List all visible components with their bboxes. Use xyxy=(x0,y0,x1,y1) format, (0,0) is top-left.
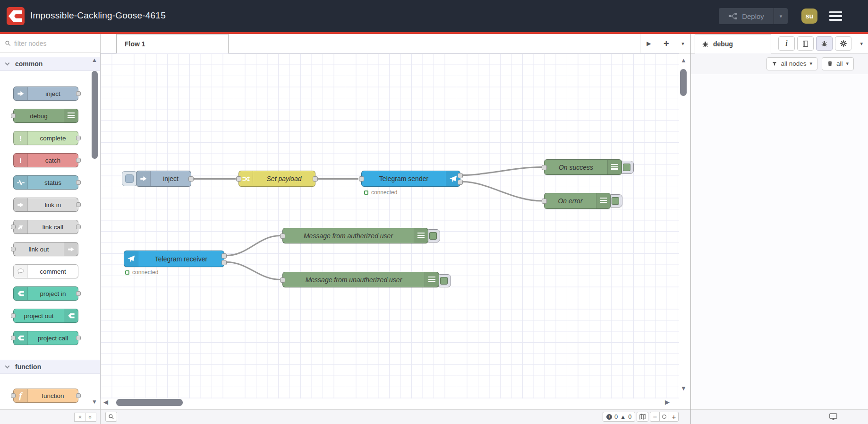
palette-scroll-up-icon[interactable]: ▲ xyxy=(92,57,97,63)
palette-node-catch[interactable]: ! catch xyxy=(13,153,78,167)
input-port[interactable] xyxy=(359,176,364,182)
inject-trigger-button[interactable] xyxy=(122,171,137,186)
palette-node-project-out[interactable]: project out xyxy=(13,309,78,323)
output-port-1[interactable] xyxy=(458,173,463,178)
palette-node-label: project in xyxy=(28,290,78,297)
output-port-2[interactable] xyxy=(221,260,227,265)
palette-node-comment[interactable]: comment xyxy=(13,264,78,278)
port xyxy=(11,247,16,251)
canvas-scroll-right-icon[interactable]: ▶ xyxy=(665,398,670,406)
palette-node-debug[interactable]: debug xyxy=(13,109,78,123)
port xyxy=(11,225,16,229)
navigator-button[interactable] xyxy=(637,412,648,422)
output-port-2[interactable] xyxy=(458,180,463,185)
node-msg-authorized[interactable]: Message from autherized user xyxy=(282,228,428,243)
palette-category-function[interactable]: function xyxy=(0,360,100,374)
flow-canvas[interactable]: inject Set payload Telegram sender conne… xyxy=(101,53,679,398)
deploy-options-caret[interactable]: ▾ xyxy=(774,8,788,24)
status-text: connected xyxy=(371,189,397,196)
flow-tab-label: Flow 1 xyxy=(125,40,145,48)
palette-node-label: debug xyxy=(14,112,64,120)
help-tab-button[interactable] xyxy=(797,36,814,51)
input-port[interactable] xyxy=(280,277,285,283)
port xyxy=(11,336,16,340)
open-in-window-button[interactable] xyxy=(829,412,838,421)
node-on-success[interactable]: On success xyxy=(544,159,622,175)
debug-filter-button[interactable]: all nodes ▾ xyxy=(766,57,817,70)
port xyxy=(11,393,16,398)
zoom-in-button[interactable]: + xyxy=(669,412,679,422)
node-set-payload[interactable]: Set payload xyxy=(238,171,315,187)
palette-category-common[interactable]: common xyxy=(0,57,100,71)
link-call-icon xyxy=(14,220,28,234)
palette-filter-input[interactable] xyxy=(14,40,85,47)
palette-node-inject[interactable]: inject xyxy=(13,87,78,101)
link-arrow-icon xyxy=(14,198,28,211)
canvas-scroll-up-icon[interactable]: ▲ xyxy=(681,57,687,64)
expand-all-button[interactable]: » xyxy=(85,413,96,422)
status-dot-icon xyxy=(125,270,129,275)
input-port[interactable] xyxy=(280,234,285,239)
exclamation-icon: ! xyxy=(14,131,28,145)
palette-scrollbar-thumb[interactable] xyxy=(92,71,98,159)
collapse-all-button[interactable]: » xyxy=(74,413,85,422)
zoom-out-button[interactable]: − xyxy=(650,412,660,422)
debug-clear-button[interactable]: all ▾ xyxy=(822,57,854,70)
config-tab-button[interactable] xyxy=(835,36,851,51)
wires-layer xyxy=(101,53,679,398)
palette-node-project-call[interactable]: project call xyxy=(13,331,78,345)
node-label: inject xyxy=(151,175,191,182)
zoom-reset-button[interactable] xyxy=(659,412,669,422)
output-port-1[interactable] xyxy=(221,253,227,259)
node-msg-unauthorized[interactable]: Message from unautherized user xyxy=(282,272,439,287)
canvas-search-button[interactable] xyxy=(105,412,117,422)
node-telegram-receiver[interactable]: Telegram receiver xyxy=(124,251,224,267)
palette-node-project-in[interactable]: project in xyxy=(13,286,78,301)
zoom-controls: − + xyxy=(650,412,679,422)
issue-counts[interactable]: ! 0 ▲ 0 xyxy=(603,412,635,422)
canvas-vscrollbar-thumb[interactable] xyxy=(680,69,687,96)
palette-node-link-in[interactable]: link in xyxy=(13,198,78,212)
canvas-hscrollbar-thumb[interactable] xyxy=(116,399,183,406)
input-port[interactable] xyxy=(542,199,547,204)
debug-tab-button[interactable] xyxy=(816,36,833,51)
tab-debug[interactable]: debug xyxy=(695,34,771,53)
workspace-tabbar: Flow 1 ▶ + ▾ xyxy=(101,34,690,53)
node-telegram-sender[interactable]: Telegram sender xyxy=(361,171,460,187)
flow-list-caret[interactable]: ▾ xyxy=(681,41,684,47)
palette-node-link-call[interactable]: link call xyxy=(13,220,78,234)
user-avatar[interactable]: su xyxy=(801,9,817,24)
book-icon xyxy=(802,40,809,47)
palette-node-status[interactable]: status xyxy=(13,175,78,190)
node-red-logo-icon xyxy=(7,7,25,25)
palette-node-link-out[interactable]: link out xyxy=(13,242,78,256)
node-inject[interactable]: inject xyxy=(136,171,191,187)
output-port[interactable] xyxy=(313,176,318,182)
trash-icon xyxy=(827,61,833,67)
port xyxy=(76,180,81,185)
tab-flow-1[interactable]: Flow 1 xyxy=(116,34,229,53)
node-label: On success xyxy=(545,164,607,171)
palette-node-function[interactable]: f function xyxy=(13,389,78,403)
deploy-icon xyxy=(728,11,738,21)
input-port[interactable] xyxy=(236,176,241,182)
palette-node-label: project out xyxy=(14,312,64,320)
sidebar-options-caret[interactable]: ▾ xyxy=(860,41,863,47)
deploy-button[interactable]: Deploy ▾ xyxy=(719,8,788,24)
port xyxy=(76,225,81,229)
zoom-reset-icon xyxy=(662,415,666,419)
info-tab-button[interactable]: i xyxy=(778,36,795,51)
output-port[interactable] xyxy=(188,176,194,182)
add-flow-button[interactable]: + xyxy=(664,39,669,48)
palette-node-complete[interactable]: ! complete xyxy=(13,131,78,145)
palette-node-label: inject xyxy=(28,90,78,97)
main-menu-button[interactable] xyxy=(829,11,842,23)
input-port[interactable] xyxy=(542,165,547,170)
palette-scroll-down-icon[interactable]: ▼ xyxy=(92,398,97,405)
node-on-error[interactable]: On error xyxy=(544,193,611,209)
canvas-scroll-left-icon[interactable]: ◀ xyxy=(103,398,108,406)
palette-items-common: inject debug ! complete ! catch status xyxy=(0,71,100,360)
tab-scroll-right-icon[interactable]: ▶ xyxy=(647,40,651,47)
canvas-scroll-down-icon[interactable]: ▼ xyxy=(681,385,687,392)
sidebar-footer xyxy=(691,409,868,424)
